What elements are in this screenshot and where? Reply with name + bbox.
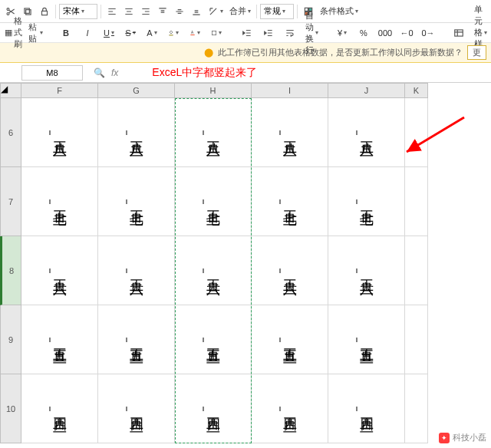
col-header[interactable]: F <box>21 83 98 98</box>
cell[interactable]: 王四旦 <box>21 374 98 443</box>
row-header[interactable]: 6 <box>0 98 21 167</box>
font-select[interactable]: 宋体 <box>59 4 97 19</box>
cell[interactable] <box>405 374 428 443</box>
cell[interactable] <box>405 167 428 236</box>
indent-inc-icon[interactable] <box>261 25 276 41</box>
number-format-select[interactable]: 常规 <box>260 4 294 19</box>
fill-color-icon[interactable] <box>166 25 181 41</box>
merge-button[interactable]: 合并 <box>227 3 253 20</box>
row-header[interactable]: 7 <box>0 167 21 236</box>
copy-icon[interactable] <box>20 3 35 20</box>
cell[interactable]: 王七旦 <box>252 167 328 236</box>
bold-button[interactable]: B <box>58 25 74 41</box>
search-icon[interactable]: 🔍 <box>94 68 105 78</box>
svg-rect-12 <box>455 29 463 35</box>
cell[interactable]: 王六旦 <box>98 236 175 305</box>
comma-button[interactable]: 000 <box>377 25 393 41</box>
valign-mid-icon[interactable] <box>172 3 187 20</box>
cell[interactable]: 王六旦 <box>175 236 252 305</box>
cell[interactable] <box>405 98 428 167</box>
col-header[interactable]: H <box>175 83 252 98</box>
cell[interactable]: 王五旦 <box>175 305 252 374</box>
svg-point-1 <box>7 12 9 15</box>
cell[interactable]: 王四旦 <box>252 374 328 443</box>
cell[interactable]: 王八旦 <box>328 98 405 167</box>
lock-icon[interactable] <box>37 3 52 20</box>
warning-button[interactable]: 更 <box>467 45 486 60</box>
cell[interactable]: 王六旦 <box>252 236 328 305</box>
svg-rect-10 <box>190 35 194 35</box>
cell-style-button[interactable]: 单元格样式 <box>473 25 488 41</box>
cell[interactable]: 王五旦 <box>21 305 98 374</box>
indent-dec-icon[interactable] <box>239 25 255 41</box>
align-left-icon[interactable] <box>104 3 120 20</box>
italic-button[interactable]: I <box>80 25 95 41</box>
formula-bar: M8 🔍 fx ExceL中字都竖起来了 <box>0 63 491 83</box>
svg-rect-11 <box>212 31 216 35</box>
select-all-corner[interactable]: ◢ <box>0 83 21 98</box>
annotation-text: ExceL中字都竖起来了 <box>152 66 257 80</box>
warning-text: 此工作簿已引用其他表格数据，是否更新工作簿以同步最新数据？ <box>218 47 463 58</box>
cell-style-icon[interactable] <box>451 25 466 41</box>
cell[interactable]: 王七旦 <box>21 167 98 236</box>
cell[interactable] <box>405 305 428 374</box>
cell[interactable]: 王七旦 <box>98 167 175 236</box>
name-box[interactable]: M8 <box>21 65 83 81</box>
col-header[interactable]: G <box>98 83 175 98</box>
currency-button[interactable]: ¥ <box>334 25 350 41</box>
font-color-icon[interactable]: A <box>187 25 203 41</box>
column-headers: ◢ F G H I J K <box>0 83 491 98</box>
warning-bar: ⬤ 此工作簿已引用其他表格数据，是否更新工作簿以同步最新数据？ 更 <box>0 43 491 63</box>
cell[interactable]: 王七旦 <box>328 167 405 236</box>
ribbon-row-2: ▦格式刷 粘贴 B I U S A A 自动换行 ¥ % 000 ←0 0→ 单… <box>0 23 491 43</box>
valign-bot-icon[interactable] <box>189 3 204 20</box>
fx-icon[interactable]: fx <box>111 68 118 78</box>
align-right-icon[interactable] <box>138 3 153 20</box>
border-icon[interactable] <box>209 25 224 41</box>
wrap-icon[interactable] <box>282 25 298 41</box>
align-center-icon[interactable] <box>121 3 137 20</box>
row-headers: 6 7 8 9 10 <box>0 98 21 443</box>
cell[interactable]: 王八旦 <box>252 98 328 167</box>
cell[interactable]: 王五旦 <box>328 305 405 374</box>
col-header[interactable]: I <box>252 83 328 98</box>
underline-button[interactable]: U <box>101 25 117 41</box>
watermark: ✦ 科技小磊 <box>439 432 486 443</box>
cell[interactable]: 王六旦 <box>328 236 405 305</box>
strike-button[interactable]: S <box>123 25 138 41</box>
warning-icon: ⬤ <box>204 48 213 58</box>
dec-dec-button[interactable]: 0→ <box>420 25 436 41</box>
svg-rect-4 <box>42 11 48 15</box>
percent-button[interactable]: % <box>356 25 371 41</box>
cell[interactable]: 王五旦 <box>252 305 328 374</box>
spreadsheet-grid[interactable]: ◢ F G H I J K 6 7 8 9 10 王八旦 王八旦 王八旦 王八旦… <box>0 83 491 443</box>
svg-rect-3 <box>25 8 29 12</box>
cell[interactable]: 王四旦 <box>98 374 175 443</box>
font-sup-button[interactable]: A <box>144 25 160 41</box>
paste-label[interactable]: 粘贴 <box>28 21 43 44</box>
ribbon-row-1: 宋体 合并 常规 条件格式 <box>0 0 491 23</box>
cell[interactable]: 王四旦 <box>175 374 252 443</box>
dec-inc-button[interactable]: ←0 <box>399 25 414 41</box>
cell[interactable]: 王六旦 <box>21 236 98 305</box>
row-header[interactable]: 9 <box>0 305 21 374</box>
cell[interactable]: 王八旦 <box>21 98 98 167</box>
logo-icon: ✦ <box>439 433 450 443</box>
col-header[interactable]: K <box>405 83 428 98</box>
col-header[interactable]: J <box>328 83 405 98</box>
cell[interactable]: 王八旦 <box>98 98 175 167</box>
orientation-icon[interactable] <box>206 3 226 20</box>
wrap-button[interactable]: 自动换行 <box>304 25 319 41</box>
cell[interactable]: 王五旦 <box>98 305 175 374</box>
cond-fmt-button[interactable]: 条件格式 <box>318 3 361 20</box>
row-header[interactable]: 10 <box>0 374 21 443</box>
cell[interactable]: 王八旦 <box>175 98 252 167</box>
svg-point-0 <box>7 8 9 10</box>
format-painter-label[interactable]: ▦格式刷 <box>5 15 22 50</box>
svg-rect-2 <box>26 9 31 14</box>
row-header[interactable]: 8 <box>0 236 21 305</box>
cell[interactable]: 王七旦 <box>175 167 252 236</box>
cell[interactable] <box>405 236 428 305</box>
valign-top-icon[interactable] <box>155 3 170 20</box>
cell[interactable]: 王四旦 <box>328 374 405 443</box>
